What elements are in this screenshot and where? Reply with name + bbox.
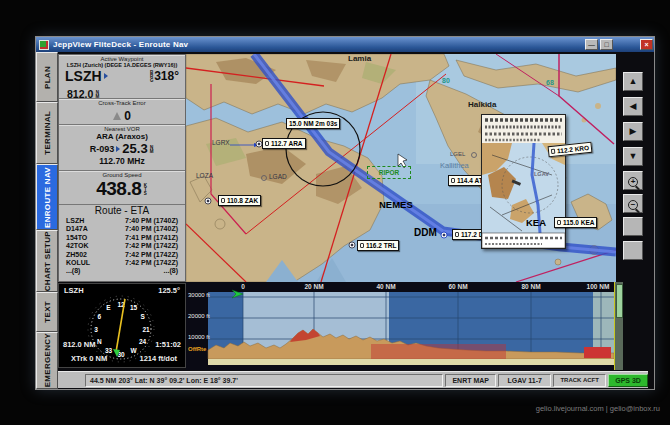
compass-course: 125.5° bbox=[158, 286, 180, 295]
disabled-button bbox=[623, 217, 643, 236]
bearing-value: 318° bbox=[154, 69, 179, 83]
off-route-label: OffRte bbox=[188, 346, 206, 352]
navaid-box-trl: 116.2 TRL bbox=[357, 240, 399, 251]
distance-value: 812.0 bbox=[67, 88, 93, 99]
navaid-icon bbox=[557, 220, 561, 225]
active-waypoint-section: Active Waypoint LSZH (Zurich) (DEGE 1A.D… bbox=[59, 55, 185, 99]
tab-plan[interactable]: PLAN bbox=[36, 52, 58, 102]
track-acft-button[interactable]: TRACK ACFT bbox=[553, 374, 606, 387]
profile-alt-label: 10000 ft bbox=[188, 334, 210, 340]
enroute-map[interactable]: Lamia Halkida Kallithea LGEL NEMES DDM L… bbox=[186, 54, 616, 282]
compass-scale: 1214 ft/dot bbox=[139, 354, 177, 363]
minimize-button[interactable]: — bbox=[585, 39, 598, 50]
cross-track-icon bbox=[113, 112, 121, 120]
profile-tick: 60 NM bbox=[448, 283, 467, 290]
status-bar: 44.5 NM 203° Lat: N 39° 09.2' Lon: E 18°… bbox=[58, 371, 648, 388]
profile-alt-label: 30000 ft bbox=[188, 292, 210, 298]
navaid-icon bbox=[265, 141, 269, 146]
ground-speed-value: 438.8 bbox=[96, 178, 141, 199]
vor-name: ARA (Araxos) bbox=[59, 132, 185, 141]
svg-text:15: 15 bbox=[130, 304, 138, 311]
close-button[interactable]: × bbox=[640, 39, 653, 50]
route-eta-title: Route - ETA bbox=[59, 205, 185, 217]
profile-tick: 40 NM bbox=[376, 283, 395, 290]
map-label-lgrx: LGRX bbox=[212, 139, 230, 146]
pan-right-button[interactable]: ▶ bbox=[623, 122, 643, 141]
navaid-icon bbox=[551, 149, 556, 154]
nearest-vor-section: Nearest VOR ARA (Araxos) R-093 25.3 NM 1… bbox=[59, 125, 185, 171]
tab-emergency[interactable]: EMERGENCY bbox=[36, 332, 58, 389]
zoom-in-button[interactable]: + bbox=[623, 171, 643, 190]
app-icon bbox=[39, 40, 49, 50]
mode-button[interactable]: ENRT MAP bbox=[445, 374, 496, 387]
map-label-kallithea: Kallithea bbox=[440, 161, 469, 170]
svg-text:24: 24 bbox=[139, 338, 147, 345]
vor-radial: R-093 bbox=[90, 144, 115, 154]
profile-scrollbar[interactable] bbox=[614, 282, 623, 370]
compass-distance: 812.0 NM bbox=[63, 340, 96, 349]
profile-view[interactable]: 0 20 NM 40 NM 60 NM 80 NM 100 NM 30000 f… bbox=[186, 282, 616, 370]
tab-chart-setup[interactable]: CHART SETUP bbox=[36, 230, 58, 292]
route-row: LSZH7:40 PM (1740Z) bbox=[59, 217, 185, 225]
section-label: Nearest VOR bbox=[59, 125, 185, 132]
compass-panel: LSZH 125.5° 12 15 S 21 24 W 30 33 N 3 6 bbox=[58, 283, 186, 368]
tab-enroute-nav[interactable]: ENROUTE NAV bbox=[36, 164, 58, 230]
flag-icon bbox=[104, 73, 108, 79]
section-label: Cross-Track Error bbox=[59, 99, 185, 106]
tab-text[interactable]: TEXT bbox=[36, 292, 58, 332]
waypoint-ident: LSZH bbox=[65, 68, 102, 84]
nav-data-panel: Active Waypoint LSZH (Zurich) (DEGE 1A.D… bbox=[58, 54, 186, 282]
inset-chart-canvas bbox=[482, 115, 565, 248]
svg-text:W: W bbox=[130, 347, 137, 354]
screen-photo: JeppView FliteDeck - Enroute Nav — □ × P… bbox=[0, 0, 670, 425]
cross-track-section: Cross-Track Error 0 bbox=[59, 99, 185, 125]
zoom-out-icon: − bbox=[628, 200, 638, 210]
compass-ete: 1:51:02 bbox=[155, 340, 181, 349]
zoom-out-button[interactable]: − bbox=[623, 194, 643, 213]
chart-button[interactable]: LGAV 11-7 bbox=[498, 374, 551, 387]
inset-approach-chart[interactable]: LGAV bbox=[481, 114, 566, 249]
profile-alt-label: 20000 ft bbox=[188, 313, 210, 319]
route-row: D147A7:40 PM (1740Z) bbox=[59, 225, 185, 233]
disabled-button bbox=[623, 241, 643, 260]
inset-airport-label: LGAV bbox=[534, 171, 549, 177]
gps-status-badge: GPS 3D bbox=[608, 374, 648, 387]
profile-canvas bbox=[186, 282, 616, 370]
maximize-button[interactable]: □ bbox=[600, 39, 613, 50]
title-bar: JeppView FliteDeck - Enroute Nav — □ × bbox=[36, 37, 654, 52]
tab-terminal[interactable]: TERMINAL bbox=[36, 102, 58, 164]
distance-unit: NM bbox=[94, 90, 99, 98]
zoom-in-icon: + bbox=[628, 177, 638, 187]
navaid-icon bbox=[455, 232, 459, 237]
navaid-box-zak: 110.8 ZAK bbox=[218, 195, 261, 206]
pan-down-button[interactable]: ▼ bbox=[623, 147, 643, 166]
pan-up-button[interactable]: ▲ bbox=[623, 72, 643, 91]
photo-credit: gelio.livejournal.com | gelio@inbox.ru bbox=[536, 404, 660, 413]
map-toolbar: ▲ ◀ ▶ ▼ + − bbox=[623, 52, 644, 389]
navaid-icon bbox=[360, 243, 364, 248]
svg-text:21: 21 bbox=[142, 326, 150, 333]
map-label-loza: LOZA bbox=[196, 172, 213, 179]
svg-text:3: 3 bbox=[94, 326, 98, 333]
vor-frequency: 112.70 MHz bbox=[59, 156, 185, 166]
ground-speed-section: Ground Speed 438.8KTS bbox=[59, 171, 185, 205]
route-row: KOLUL7:42 PM (1742Z) bbox=[59, 259, 185, 267]
waypoint-ripor: RIPOR bbox=[367, 166, 411, 179]
flag-icon bbox=[116, 146, 120, 152]
profile-tick: 80 NM bbox=[521, 283, 540, 290]
map-label-msa-80: 80 bbox=[442, 77, 450, 84]
pan-left-button[interactable]: ◀ bbox=[623, 97, 643, 116]
sidebar-tabs: PLAN TERMINAL ENROUTE NAV CHART SETUP TE… bbox=[36, 52, 58, 389]
route-row: ...(8)...(8) bbox=[59, 267, 185, 275]
compass-waypoint: LSZH bbox=[64, 286, 84, 295]
navaid-box-kea: 115.0 KEA bbox=[554, 217, 597, 228]
svg-text:6: 6 bbox=[98, 313, 102, 320]
vor-distance-unit: NM bbox=[149, 145, 154, 153]
section-label: Ground Speed bbox=[59, 171, 185, 178]
navaid-box-ara: 112.7 ARA bbox=[262, 138, 306, 149]
map-label-halkida: Halkida bbox=[468, 100, 496, 109]
cross-track-value: 0 bbox=[124, 109, 131, 123]
scrollbar-thumb[interactable] bbox=[616, 284, 623, 318]
profile-tick: 0 bbox=[241, 283, 245, 290]
navaid-icon bbox=[221, 198, 225, 203]
